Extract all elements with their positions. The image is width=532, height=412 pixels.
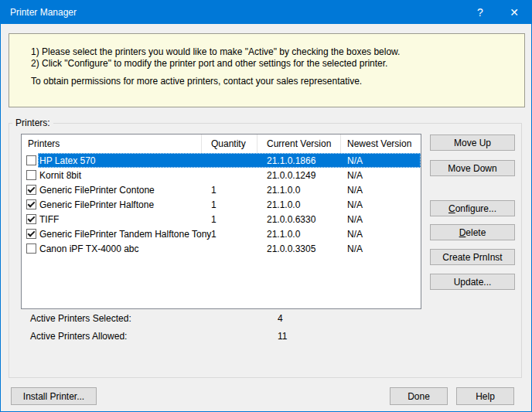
printer-current-version: 21.1.0.0 bbox=[257, 229, 341, 240]
printer-newest-version: N/A bbox=[341, 214, 421, 225]
install-printer-button[interactable]: Install Printer... bbox=[11, 387, 97, 405]
done-button[interactable]: Done bbox=[390, 387, 448, 405]
column-header-printers[interactable]: Printers bbox=[22, 134, 202, 153]
printer-checkbox[interactable] bbox=[26, 199, 36, 209]
table-row[interactable]: Canon iPF TX-4000 abc 21.0.0.3305 N/A bbox=[22, 241, 421, 256]
question-icon: ? bbox=[477, 6, 483, 19]
printer-manager-dialog: Printer Manager ? ✕ 1) Please select the… bbox=[0, 0, 532, 412]
printer-checkbox[interactable] bbox=[26, 185, 36, 195]
instruction-line-2: 2) Click "Configure" to modify the print… bbox=[31, 58, 517, 70]
update-label: Update... bbox=[431, 277, 514, 288]
create-prninst-label: Create PrnInst bbox=[431, 252, 514, 263]
printer-list-header: Printers Quantity Current Version Newest… bbox=[22, 134, 421, 153]
update-button[interactable]: Update... bbox=[430, 274, 515, 290]
printer-name: Kornit 8bit bbox=[39, 170, 81, 181]
help-button[interactable]: Help bbox=[456, 387, 514, 405]
printer-newest-version: N/A bbox=[341, 229, 421, 240]
create-prninst-button[interactable]: Create PrnInst bbox=[430, 249, 515, 265]
install-printer-label: Install Printer... bbox=[12, 391, 96, 402]
printer-newest-version: N/A bbox=[341, 185, 421, 196]
printer-newest-version: N/A bbox=[341, 155, 421, 166]
table-row[interactable]: TIFF 1 21.0.0.6330 N/A bbox=[22, 212, 421, 226]
configure-button[interactable]: Configure... bbox=[430, 200, 515, 216]
move-up-label: Move Up bbox=[431, 138, 514, 148]
active-printers-selected-label: Active Printers Selected: bbox=[30, 313, 131, 324]
printer-current-version: 21.1.0.0 bbox=[257, 185, 341, 196]
instruction-line-1: 1) Please select the printers you would … bbox=[31, 46, 517, 58]
printer-current-version: 21.0.0.3305 bbox=[257, 243, 341, 254]
printer-current-version: 21.0.0.6330 bbox=[257, 214, 341, 225]
printer-checkbox[interactable] bbox=[26, 214, 36, 224]
printer-newest-version: N/A bbox=[341, 199, 421, 210]
column-header-newest-version[interactable]: Newest Version bbox=[341, 134, 421, 153]
printer-name: Generic FilePrinter Contone bbox=[39, 185, 155, 196]
close-icon: ✕ bbox=[510, 6, 519, 19]
printer-quantity: 1 bbox=[202, 185, 257, 196]
active-printers-allowed-value: 11 bbox=[278, 331, 287, 342]
printer-current-version: 21.0.0.1249 bbox=[257, 170, 341, 181]
printer-name: Canon iPF TX-4000 abc bbox=[39, 243, 139, 254]
titlebar-close-button[interactable]: ✕ bbox=[497, 1, 531, 24]
printer-newest-version: N/A bbox=[341, 243, 421, 254]
printer-current-version: 21.1.0.0 bbox=[257, 199, 341, 210]
titlebar-help-button[interactable]: ? bbox=[463, 1, 497, 24]
printer-quantity: 1 bbox=[202, 199, 257, 210]
instruction-line-3: To obtain permissions for more active pr… bbox=[31, 76, 517, 87]
printer-name: Generic FilePrinter Tandem Halftone Tony bbox=[39, 229, 211, 240]
move-up-button[interactable]: Move Up bbox=[430, 134, 515, 151]
printer-quantity: 1 bbox=[202, 229, 257, 240]
active-printers-selected-value: 4 bbox=[278, 313, 283, 324]
active-printers-allowed-label: Active Printers Allowed: bbox=[30, 331, 127, 342]
table-row[interactable]: Generic FilePrinter Tandem Halftone Tony… bbox=[22, 226, 421, 241]
delete-button[interactable]: Delete bbox=[430, 224, 515, 240]
move-down-label: Move Down bbox=[431, 163, 514, 174]
column-header-current-version[interactable]: Current Version bbox=[257, 134, 341, 153]
printer-checkbox[interactable] bbox=[26, 243, 36, 254]
printer-checkbox[interactable] bbox=[26, 155, 36, 165]
table-row[interactable]: Generic FilePrinter Halftone 1 21.1.0.0 … bbox=[22, 197, 421, 212]
help-label: Help bbox=[457, 391, 513, 402]
delete-label: Delete bbox=[431, 227, 514, 238]
printer-newest-version: N/A bbox=[341, 170, 421, 181]
printers-groupbox-label: Printers: bbox=[12, 117, 53, 128]
printer-checkbox[interactable] bbox=[26, 170, 36, 180]
printer-name: Generic FilePrinter Halftone bbox=[39, 199, 154, 210]
move-down-button[interactable]: Move Down bbox=[430, 160, 515, 176]
column-header-quantity[interactable]: Quantity bbox=[202, 134, 257, 153]
printer-name: TIFF bbox=[39, 214, 59, 225]
window-title: Printer Manager bbox=[1, 7, 77, 18]
configure-label: Configure... bbox=[431, 203, 514, 214]
table-row[interactable]: Generic FilePrinter Contone 1 21.1.0.0 N… bbox=[22, 182, 421, 197]
done-label: Done bbox=[390, 391, 447, 402]
table-row[interactable]: Kornit 8bit 21.0.0.1249 N/A bbox=[22, 168, 421, 182]
printer-current-version: 21.1.0.1866 bbox=[257, 155, 341, 166]
titlebar: Printer Manager ? ✕ bbox=[1, 1, 531, 24]
printer-checkbox[interactable] bbox=[26, 229, 36, 239]
printer-list[interactable]: Printers Quantity Current Version Newest… bbox=[21, 134, 421, 309]
printer-quantity: 1 bbox=[202, 214, 257, 225]
table-row[interactable]: HP Latex 570 21.1.0.1866 N/A bbox=[22, 153, 421, 168]
printer-name: HP Latex 570 bbox=[39, 155, 96, 166]
instructions-panel: 1) Please select the printers you would … bbox=[9, 33, 525, 107]
